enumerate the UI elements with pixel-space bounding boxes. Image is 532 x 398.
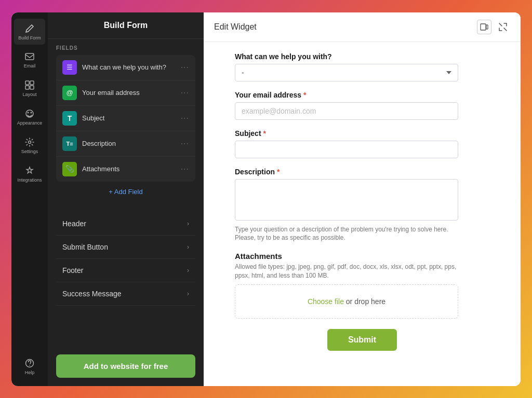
chevron-right-icon: › xyxy=(187,243,189,251)
build-form-icon xyxy=(24,23,35,34)
chevron-right-icon: › xyxy=(187,290,189,297)
field-icon-description: T≡ xyxy=(62,136,77,151)
svg-rect-3 xyxy=(25,86,29,89)
field-menu-attachments[interactable]: ··· xyxy=(181,164,189,174)
fields-label: FIELDS xyxy=(56,45,195,51)
field-icon-subject: T xyxy=(62,111,77,126)
nav-label-build-form: Build Form xyxy=(18,36,41,41)
field-menu-description[interactable]: ··· xyxy=(181,139,189,148)
svg-rect-11 xyxy=(481,24,486,30)
svg-rect-0 xyxy=(25,53,34,60)
field-icon-email: @ xyxy=(62,86,77,100)
content-title: Edit Widget xyxy=(214,22,257,32)
field-name-help-topic: What can we help you with? xyxy=(82,63,176,71)
add-field-button[interactable]: + Add Field xyxy=(56,182,195,202)
nav-label-email: Email xyxy=(24,64,36,69)
section-item-header[interactable]: Header › xyxy=(56,212,195,236)
field-item-subject[interactable]: T Subject ··· xyxy=(56,106,195,131)
main-container: Build Form Email Layout xyxy=(11,12,521,386)
section-item-submit-button[interactable]: Submit Button › xyxy=(56,236,195,259)
appearance-icon xyxy=(24,108,35,119)
nav-item-integrations[interactable]: Integrations xyxy=(14,161,45,187)
svg-point-10 xyxy=(29,365,30,366)
field-name-attachments: Attachments xyxy=(82,165,176,173)
form-canvas: What can we help you with? - Your email … xyxy=(204,42,521,386)
nav-item-layout[interactable]: Layout xyxy=(14,75,45,102)
attachments-hint: Allowed file types: jpg, jpeg, png, gif,… xyxy=(235,263,458,280)
fields-list: ☰ What can we help you with? ··· @ Your … xyxy=(56,55,195,182)
attachments-label: Attachments xyxy=(235,252,489,260)
label-email: Your email address * xyxy=(235,91,489,99)
choose-file-link[interactable]: Choose file xyxy=(308,297,344,306)
section-label-header: Header xyxy=(62,219,86,228)
svg-point-7 xyxy=(31,112,32,114)
sections-list: Header › Submit Button › Footer › Succes… xyxy=(48,208,204,348)
submit-section: Submit xyxy=(235,329,489,351)
field-menu-email[interactable]: ··· xyxy=(181,88,189,98)
chevron-right-icon: › xyxy=(187,267,189,274)
label-subject: Subject * xyxy=(235,129,489,138)
nav-item-help[interactable]: Help xyxy=(14,353,45,380)
field-menu-subject[interactable]: ··· xyxy=(181,114,189,123)
form-group-help-topic: What can we help you with? - xyxy=(235,52,489,81)
svg-point-6 xyxy=(28,112,29,114)
expand-button[interactable] xyxy=(496,20,510,34)
field-item-description[interactable]: T≡ Description ··· xyxy=(56,131,195,157)
svg-rect-12 xyxy=(486,25,488,29)
svg-point-8 xyxy=(29,141,31,144)
main-content: Edit Widget What can we help you xyxy=(204,12,521,386)
svg-rect-2 xyxy=(30,81,34,85)
nav-label-appearance: Appearance xyxy=(17,121,43,126)
field-item-email[interactable]: @ Your email address ··· xyxy=(56,80,195,106)
svg-rect-4 xyxy=(30,86,34,89)
drop-zone[interactable]: Choose file or drop here xyxy=(235,284,458,319)
input-email[interactable] xyxy=(235,102,458,120)
chevron-right-icon: › xyxy=(187,220,189,227)
field-name-subject: Subject xyxy=(82,114,176,122)
field-item-help-topic[interactable]: ☰ What can we help you with? ··· xyxy=(56,55,195,80)
add-to-website-button[interactable]: Add to website for free xyxy=(56,354,195,378)
nav-item-build-form[interactable]: Build Form xyxy=(14,19,45,45)
textarea-description[interactable] xyxy=(235,179,458,221)
field-item-attachments[interactable]: 📎 Attachments ··· xyxy=(56,157,195,182)
input-subject[interactable] xyxy=(235,141,458,158)
device-toggle-button[interactable] xyxy=(477,20,491,34)
label-help-topic: What can we help you with? xyxy=(235,52,489,61)
label-description: Description * xyxy=(235,168,489,176)
nav-item-appearance[interactable]: Appearance xyxy=(14,104,45,130)
field-name-email: Your email address xyxy=(82,89,176,97)
submit-button[interactable]: Submit xyxy=(327,329,397,351)
nav-label-settings: Settings xyxy=(21,149,38,155)
field-icon-attachments: 📎 xyxy=(62,162,77,176)
left-nav: Build Form Email Layout xyxy=(11,12,48,386)
nav-label-layout: Layout xyxy=(22,92,36,98)
select-help-topic[interactable]: - xyxy=(235,64,458,81)
panel-header: Build Form xyxy=(48,12,204,39)
nav-label-help: Help xyxy=(25,370,35,376)
svg-rect-1 xyxy=(25,81,29,85)
section-label-footer: Footer xyxy=(62,266,83,275)
field-menu-help-topic[interactable]: ··· xyxy=(181,63,189,72)
nav-label-integrations: Integrations xyxy=(17,178,42,183)
field-icon-help-topic: ☰ xyxy=(62,60,77,75)
nav-item-settings[interactable]: Settings xyxy=(14,132,45,159)
help-icon xyxy=(24,358,35,369)
field-name-description: Description xyxy=(82,140,176,147)
section-label-success: Success Message xyxy=(62,290,122,298)
section-item-footer[interactable]: Footer › xyxy=(56,259,195,282)
form-group-description: Description * Type your question or a de… xyxy=(235,168,489,243)
form-group-email: Your email address * xyxy=(235,91,489,120)
description-hint: Type your question or a description of t… xyxy=(235,225,458,243)
content-header: Edit Widget xyxy=(204,12,521,42)
layout-icon xyxy=(24,79,35,91)
drop-zone-text: or drop here xyxy=(346,297,385,306)
nav-item-email[interactable]: Email xyxy=(14,47,45,73)
email-icon xyxy=(24,51,35,62)
form-group-attachments: Attachments Allowed file types: jpg, jpe… xyxy=(235,252,489,319)
section-label-submit: Submit Button xyxy=(62,243,108,251)
build-form-panel: Build Form FIELDS ☰ What can we help you… xyxy=(48,12,204,386)
fields-section: FIELDS ☰ What can we help you with? ··· … xyxy=(48,39,204,208)
settings-icon xyxy=(24,136,35,148)
section-item-success-message[interactable]: Success Message › xyxy=(56,282,195,306)
integrations-icon xyxy=(24,165,35,176)
